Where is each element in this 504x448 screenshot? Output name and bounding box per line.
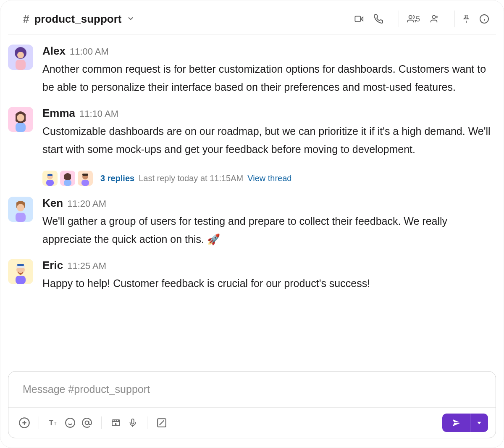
avatar[interactable] [8, 259, 33, 284]
member-count: 5 [416, 15, 420, 24]
svg-point-43 [85, 421, 89, 425]
info-icon[interactable] [479, 14, 489, 24]
svg-marker-1 [361, 17, 363, 21]
message-time: 11:25 AM [67, 261, 106, 271]
message-text: Happy to help! Customer feedback is cruc… [42, 274, 496, 293]
pin-icon[interactable] [462, 14, 471, 24]
message-author[interactable]: Emma [42, 107, 75, 120]
svg-rect-19 [46, 180, 54, 186]
thread-last-reply: Last reply today at 11:15AM [139, 174, 243, 183]
svg-rect-29 [16, 213, 26, 222]
thread-avatars [42, 171, 93, 186]
message-text: Another common request is for better cus… [42, 60, 496, 96]
message-author[interactable]: Alex [42, 45, 66, 58]
attach-icon[interactable] [16, 414, 33, 431]
message: Alex 11:00 AM Another common request is … [8, 45, 496, 96]
send-button[interactable] [442, 414, 488, 432]
message-text: We'll gather a group of users for testin… [42, 212, 496, 248]
video-clip-icon[interactable] [108, 414, 124, 431]
svg-rect-34 [16, 276, 26, 284]
message-composer: TT [8, 371, 496, 438]
svg-point-3 [432, 16, 435, 18]
svg-point-11 [17, 52, 24, 58]
message-author[interactable]: Ken [42, 197, 63, 210]
channel-header: # product_support 5 [8, 8, 496, 34]
thread-replies-count: 3 replies [100, 174, 134, 183]
send-options-icon[interactable] [470, 414, 488, 432]
svg-text:T: T [54, 421, 57, 426]
svg-line-48 [160, 421, 164, 425]
hash-icon: # [23, 13, 29, 24]
send-icon [442, 414, 470, 432]
svg-rect-22 [64, 180, 71, 186]
thread-summary[interactable]: 3 replies Last reply today at 11:15AM Vi… [42, 171, 496, 186]
view-thread-link[interactable]: View thread [247, 174, 291, 183]
microphone-icon[interactable] [124, 414, 141, 431]
svg-point-14 [17, 114, 24, 121]
svg-rect-12 [16, 60, 26, 70]
svg-rect-15 [16, 123, 26, 132]
emoji-icon[interactable] [62, 414, 79, 431]
avatar[interactable] [8, 107, 33, 132]
message: Ken 11:20 AM We'll gather a group of use… [8, 197, 496, 248]
message-time: 11:10 AM [79, 108, 118, 119]
message-text: Customizable dashboards are on our roadm… [42, 122, 496, 158]
avatar[interactable] [8, 45, 33, 70]
composer-input[interactable] [23, 383, 481, 395]
message: Eric 11:25 AM Happy to help! Customer fe… [8, 259, 496, 293]
mention-icon[interactable] [79, 414, 95, 431]
message-time: 11:00 AM [70, 46, 109, 57]
svg-point-2 [409, 16, 412, 18]
svg-rect-25 [82, 174, 88, 176]
channel-name: product_support [34, 13, 121, 24]
message-time: 11:20 AM [67, 198, 106, 209]
message: Emma 11:10 AM Customizable dashboards ar… [8, 107, 496, 186]
channel-title-button[interactable]: # product_support [23, 13, 135, 24]
shortcuts-icon[interactable] [153, 414, 170, 431]
svg-marker-50 [477, 422, 481, 424]
svg-point-40 [66, 418, 75, 427]
message-author[interactable]: Eric [42, 259, 63, 272]
svg-point-28 [17, 204, 24, 211]
svg-rect-26 [81, 180, 89, 186]
svg-marker-45 [115, 423, 117, 425]
svg-rect-18 [47, 174, 52, 176]
avatar[interactable] [8, 197, 33, 222]
composer-toolbar: TT [8, 407, 496, 438]
svg-rect-33 [17, 264, 24, 266]
svg-text:T: T [49, 419, 53, 427]
format-text-icon[interactable]: TT [45, 414, 62, 431]
svg-rect-0 [355, 16, 360, 22]
video-call-icon[interactable] [353, 14, 365, 24]
message-list: Alex 11:00 AM Another common request is … [8, 34, 496, 359]
add-member-icon[interactable] [428, 14, 439, 24]
phone-call-icon[interactable] [373, 14, 383, 24]
chevron-down-icon [126, 13, 135, 24]
